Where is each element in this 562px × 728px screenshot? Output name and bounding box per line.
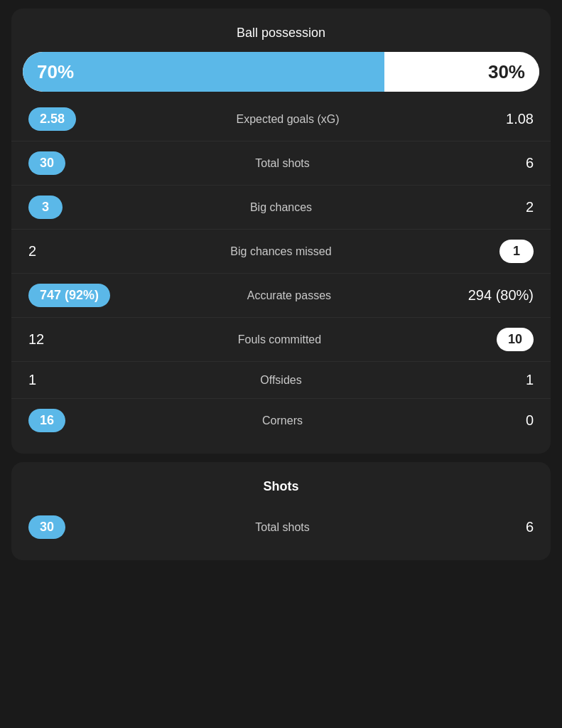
stat-left-value: 3	[28, 196, 63, 219]
ball-possession-title: Ball possession	[11, 20, 551, 52]
possession-left-bar: 70%	[23, 52, 384, 92]
stat-left-value: 747 (92%)	[28, 284, 110, 307]
possession-right-value: 30%	[488, 61, 525, 83]
table-row: 30Total shots6	[11, 505, 551, 549]
stat-left-value: 30	[28, 151, 65, 175]
stat-left-value: 12	[28, 331, 63, 348]
stat-label: Accurate passes	[110, 289, 468, 302]
table-row: 2.58Expected goals (xG)1.08	[11, 97, 551, 141]
stat-left-value: 2	[28, 243, 63, 259]
stat-right-value: 6	[499, 519, 534, 535]
stat-label: Big chances	[63, 201, 499, 214]
table-row: 16Corners0	[11, 399, 551, 442]
shots-section: Shots 30Total shots6	[11, 462, 551, 560]
possession-bar: 70% 30%	[23, 52, 539, 92]
shots-title: Shots	[11, 473, 551, 505]
stat-label: Expected goals (xG)	[76, 113, 499, 126]
table-row: 30Total shots6	[11, 141, 551, 186]
possession-right-bar: 30%	[384, 61, 539, 83]
stat-right-value: 2	[499, 199, 534, 215]
stat-label: Fouls committed	[63, 333, 497, 346]
stat-right-value: 0	[499, 412, 534, 429]
stat-label: Corners	[65, 414, 499, 427]
possession-left-value: 70%	[37, 61, 74, 83]
stat-left-value: 2.58	[28, 107, 76, 131]
table-row: 12Fouls committed10	[11, 318, 551, 362]
stat-left-value: 30	[28, 515, 65, 539]
ball-possession-section: Ball possession 70% 30% 2.58Expected goa…	[11, 9, 551, 454]
stat-right-value: 1	[499, 372, 534, 388]
stat-left-value: 16	[28, 409, 65, 432]
stat-right-value: 294 (80%)	[468, 287, 534, 304]
stat-label: Offsides	[63, 374, 499, 387]
stat-right-value: 1.08	[499, 111, 534, 127]
table-row: 747 (92%)Accurate passes294 (80%)	[11, 274, 551, 318]
table-row: 2Big chances missed1	[11, 230, 551, 274]
table-row: 1Offsides1	[11, 362, 551, 399]
stat-label: Total shots	[65, 521, 499, 534]
stat-right-value: 6	[499, 155, 534, 171]
table-row: 3Big chances2	[11, 186, 551, 230]
stat-right-value: 1	[499, 240, 534, 263]
stat-right-value: 10	[497, 328, 534, 351]
stat-label: Total shots	[65, 157, 499, 170]
shots-container: 30Total shots6	[11, 505, 551, 549]
stats-container: 2.58Expected goals (xG)1.0830Total shots…	[11, 97, 551, 442]
stat-left-value: 1	[28, 372, 63, 388]
stat-label: Big chances missed	[63, 245, 499, 258]
